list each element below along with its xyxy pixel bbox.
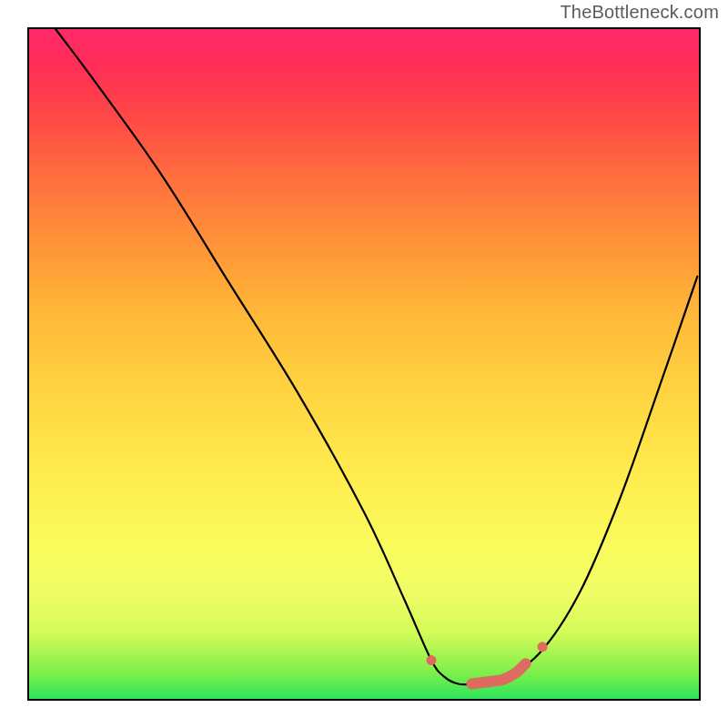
marker-segment (471, 663, 525, 683)
marker-dot (427, 655, 437, 665)
figure: TheBottleneck.com (0, 0, 728, 728)
plot-svg (27, 27, 701, 701)
bottleneck-curve (55, 27, 698, 684)
attribution-text: TheBottleneck.com (560, 2, 719, 23)
marker-dot (538, 642, 548, 652)
plot-area (27, 27, 701, 701)
